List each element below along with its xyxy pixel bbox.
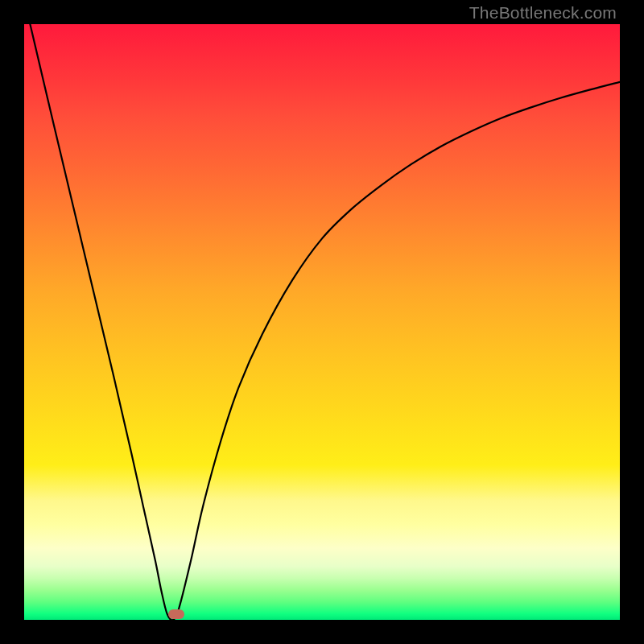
bottleneck-curve [30,24,620,620]
chart-plot-area [24,24,620,620]
optimal-marker [168,609,184,619]
curve-svg [24,24,620,620]
watermark-text: TheBottleneck.com [469,3,617,23]
